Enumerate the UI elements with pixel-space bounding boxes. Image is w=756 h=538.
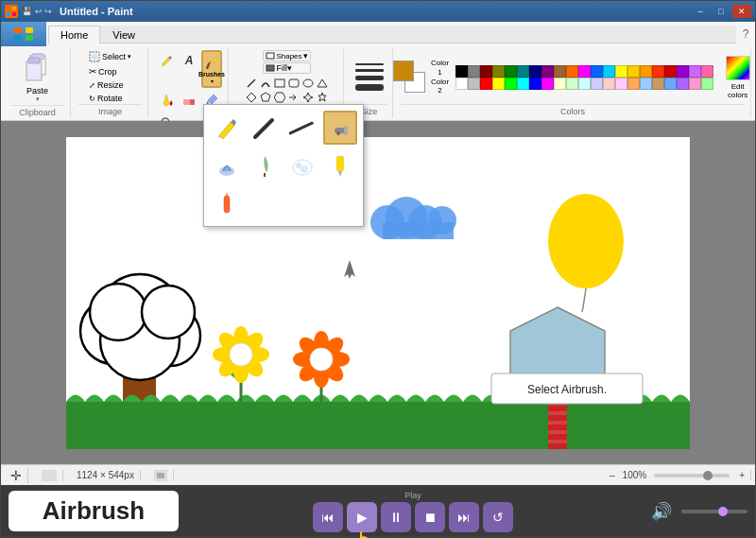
shape-triangle[interactable] bbox=[316, 77, 329, 90]
size-line-3[interactable] bbox=[355, 76, 384, 80]
volume-slider[interactable] bbox=[681, 510, 747, 513]
replay-button[interactable]: ↺ bbox=[483, 502, 513, 532]
rotate-button[interactable]: ↻ Rotate bbox=[85, 93, 127, 104]
color-tan[interactable] bbox=[652, 78, 664, 90]
color-olive[interactable] bbox=[492, 65, 505, 78]
color-purple[interactable] bbox=[541, 65, 554, 78]
brush-pencil[interactable] bbox=[210, 111, 244, 145]
color-lightpink[interactable] bbox=[603, 78, 615, 90]
shape-star4[interactable] bbox=[301, 91, 315, 104]
color1-swatch[interactable] bbox=[393, 61, 414, 81]
brushes-tool[interactable]: Brushes ▾ bbox=[201, 50, 222, 88]
shape-arrow[interactable] bbox=[287, 91, 301, 104]
shape-diamond[interactable] bbox=[245, 91, 258, 104]
color-brightgreen[interactable] bbox=[505, 78, 517, 90]
size-line-1[interactable] bbox=[355, 63, 384, 65]
color-brightred[interactable] bbox=[480, 78, 492, 90]
tab-view[interactable]: View bbox=[100, 26, 147, 43]
close-button[interactable]: ✕ bbox=[732, 5, 751, 18]
prev-button[interactable]: ⏮ bbox=[313, 502, 343, 532]
next-button[interactable]: ⏭ bbox=[449, 502, 479, 532]
brush-airbrush[interactable] bbox=[323, 111, 357, 145]
color-lightgreen[interactable] bbox=[566, 78, 578, 90]
color-red[interactable] bbox=[664, 65, 677, 78]
maximize-button[interactable]: □ bbox=[712, 5, 730, 18]
color-lightyellow[interactable] bbox=[554, 78, 566, 90]
color-mint[interactable] bbox=[701, 78, 713, 90]
shape-curve[interactable] bbox=[259, 77, 272, 90]
color-aqua[interactable] bbox=[517, 78, 529, 90]
color-magenta[interactable] bbox=[541, 78, 554, 90]
color-lightmagenta[interactable] bbox=[615, 78, 627, 90]
pencil-tool[interactable] bbox=[156, 50, 177, 71]
size-line-2[interactable] bbox=[355, 69, 384, 72]
brush-natural[interactable] bbox=[248, 148, 282, 182]
pause-button[interactable]: ⏸ bbox=[381, 502, 411, 532]
shape-roundrect[interactable] bbox=[287, 77, 301, 90]
color-white[interactable] bbox=[455, 78, 468, 90]
color-lightcyan[interactable] bbox=[578, 78, 591, 90]
shape-rect[interactable] bbox=[273, 77, 286, 90]
text-tool[interactable]: A bbox=[179, 50, 199, 71]
shape-pentagon[interactable] bbox=[259, 91, 272, 104]
color-red2[interactable] bbox=[652, 65, 664, 78]
eraser-tool[interactable] bbox=[179, 90, 199, 111]
color-teal[interactable] bbox=[517, 65, 529, 78]
color-peach[interactable] bbox=[627, 78, 640, 90]
color-spectrum[interactable] bbox=[726, 56, 750, 80]
help-button[interactable]: ? bbox=[736, 25, 755, 43]
color-brightyellow[interactable] bbox=[492, 78, 505, 90]
zoom-minus[interactable]: – bbox=[610, 470, 615, 480]
paint-canvas[interactable]: Select Airbrush. bbox=[66, 137, 690, 449]
color-silver[interactable] bbox=[468, 78, 480, 90]
color-brown[interactable] bbox=[554, 65, 566, 78]
zoom-slider[interactable] bbox=[654, 474, 730, 477]
color-skyblue[interactable] bbox=[640, 78, 652, 90]
color-amber[interactable] bbox=[640, 65, 652, 78]
brush-calligraphy1[interactable] bbox=[248, 111, 282, 145]
color-gold[interactable] bbox=[627, 65, 640, 78]
brush-marker[interactable] bbox=[323, 148, 357, 182]
fill-dropdown[interactable]: Fill▾ bbox=[263, 62, 310, 74]
shape-ellipse[interactable] bbox=[301, 77, 315, 90]
volume-thumb[interactable] bbox=[718, 507, 728, 516]
size-line-4[interactable] bbox=[355, 84, 384, 91]
color-mediumpurple[interactable] bbox=[677, 78, 689, 90]
brush-watercolor[interactable] bbox=[285, 148, 319, 182]
color-gray[interactable] bbox=[468, 65, 480, 78]
color-navy[interactable] bbox=[529, 65, 541, 78]
brush-oil[interactable] bbox=[210, 148, 244, 182]
color-pink[interactable] bbox=[701, 65, 713, 78]
office-button[interactable] bbox=[1, 22, 46, 46]
color-black[interactable] bbox=[455, 65, 468, 78]
shape-hexagon[interactable] bbox=[273, 91, 286, 104]
color-cyan[interactable] bbox=[603, 65, 615, 78]
color-violet[interactable] bbox=[677, 65, 689, 78]
color-fuchsia[interactable] bbox=[578, 65, 591, 78]
edit-colors-button[interactable]: Edit colors bbox=[723, 82, 752, 99]
select-button[interactable]: Select ▾ bbox=[85, 50, 135, 63]
brush-calligraphy2[interactable] bbox=[285, 111, 319, 145]
color-brightblue[interactable] bbox=[529, 78, 541, 90]
color-lavender[interactable] bbox=[689, 65, 701, 78]
zoom-plus[interactable]: + bbox=[739, 470, 745, 480]
resize-button[interactable]: ⤢ Resize bbox=[85, 79, 128, 91]
color-lightblue[interactable] bbox=[591, 78, 603, 90]
play-button[interactable]: ▶ 👆 bbox=[347, 502, 377, 532]
paste-button[interactable]: Paste ▾ bbox=[19, 50, 57, 105]
shape-line[interactable] bbox=[245, 77, 258, 90]
outline-dropdown[interactable]: Shapes▾ bbox=[263, 50, 310, 61]
color-darkred[interactable] bbox=[480, 65, 492, 78]
fill-tool[interactable] bbox=[156, 90, 177, 111]
stop-button[interactable]: ⏹ bbox=[415, 502, 445, 532]
color-blue[interactable] bbox=[591, 65, 603, 78]
color-yellow[interactable] bbox=[615, 65, 627, 78]
shape-star5[interactable] bbox=[316, 91, 329, 104]
color-darkgreen[interactable] bbox=[505, 65, 517, 78]
brush-crayon[interactable] bbox=[210, 186, 244, 220]
color-hotpink[interactable] bbox=[689, 78, 701, 90]
zoom-thumb[interactable] bbox=[703, 471, 713, 480]
minimize-button[interactable]: – bbox=[691, 5, 710, 18]
color-cornflower[interactable] bbox=[664, 78, 677, 90]
tab-home[interactable]: Home bbox=[48, 26, 100, 43]
